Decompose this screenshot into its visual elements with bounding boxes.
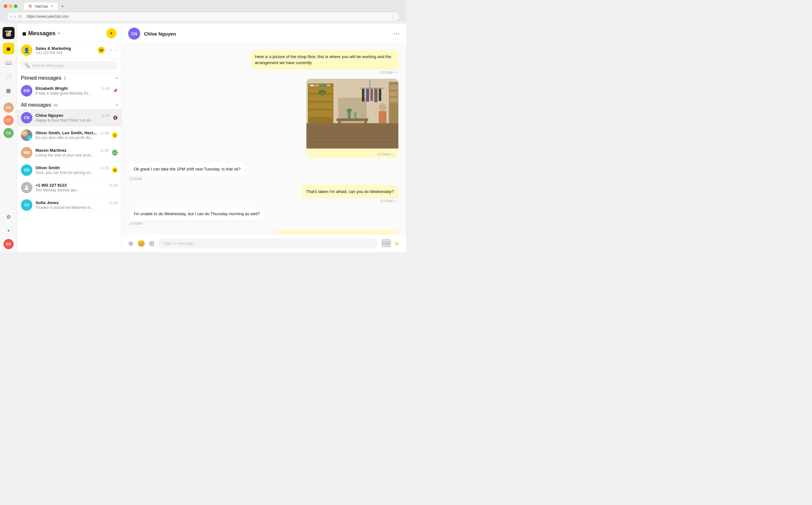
conv-item-phone[interactable]: +1 902 227 9123 11:30 Yes Monday sounds … — [17, 179, 121, 196]
pinned-section-header: Pinned messages 5 ▾ — [17, 73, 121, 82]
unread-badge-group: 1 — [112, 132, 118, 138]
conv-name-mm: Mason Martinez — [35, 148, 67, 153]
forward-button[interactable]: › — [15, 14, 16, 19]
book-icon: 📖 — [5, 60, 12, 66]
left-panel: ◼ Messages ▾ + 👤 Sales & Marketing +(1) … — [17, 24, 122, 252]
pin-icon: 📌 — [113, 89, 118, 93]
conv-avatar-os: OS — [21, 164, 32, 176]
tab-title: YakChat — [35, 4, 48, 8]
message-text-out-2: That's taken I'm afraid, can you do Wedn… — [306, 189, 394, 194]
inbox-name: Sales & Marketing — [35, 46, 94, 51]
conv-time-phone: 11:30 — [109, 183, 118, 187]
new-tab-button[interactable]: + — [59, 3, 66, 9]
messages-list: Pinned messages 5 ▾ EW Elizabeth Wright … — [17, 73, 121, 252]
emoji-button[interactable]: 😊 — [138, 240, 145, 247]
search-input[interactable] — [32, 63, 114, 68]
conv-name-phone: +1 902 227 9123 — [35, 183, 67, 188]
inbox-avatar-icon: 👤 — [23, 47, 30, 53]
sidebar-item-collapse[interactable]: ▪ — [3, 225, 14, 236]
chat-more-button[interactable]: ··· — [393, 30, 399, 37]
conv-body-ew: Elizabeth Wright 11:30 It was a really g… — [35, 86, 110, 96]
app-container: 🐮 ◼ 📖 📄 ▦ CO CF CS ⚙ — [0, 24, 406, 252]
message-text-out-1: Here is a picture of the shop floor, thi… — [255, 54, 391, 65]
conv-avatar-group: OS S — [21, 130, 32, 141]
sidebar-avatar-do-label: DO — [6, 242, 11, 246]
pinned-label: Pinned messages 5 — [21, 75, 66, 81]
reload-button[interactable]: ↻ — [18, 14, 22, 19]
conv-time-os: 11:30 — [100, 166, 109, 170]
read-receipt-2: ✓✓ — [393, 199, 398, 203]
chat-header: CN Chloe Nguyen ··· — [122, 24, 406, 44]
sidebar-item-settings[interactable]: ⚙ — [3, 211, 14, 222]
sidebar-avatar-do[interactable]: DO — [3, 239, 14, 249]
message-image-out: 10:50AM ✓✓ — [306, 79, 398, 158]
conv-time-sj: 11:30 — [109, 201, 118, 205]
search-input-wrap: 🔍 — [21, 61, 118, 70]
conv-avatar-phone — [21, 182, 32, 193]
add-message-button[interactable]: + — [106, 28, 116, 38]
conv-item-sofia-jones[interactable]: SJ Sofia Jones 11:30 Thanks! It should b… — [17, 196, 121, 214]
chat-area: CN Chloe Nguyen ··· Here is a picture of… — [122, 24, 406, 252]
message-time-image: 10:50AM ✓✓ — [310, 153, 395, 156]
message-bubble-in-1: Ok great I can take the 1PM shift next T… — [129, 163, 245, 176]
attach-button[interactable]: ⊕ — [128, 240, 133, 247]
dropdown-icon[interactable]: ▾ — [58, 31, 60, 35]
maximize-dot[interactable] — [14, 4, 17, 8]
media-button[interactable]: ⊞ — [149, 240, 155, 247]
sidebar-avatar-cf[interactable]: CF — [3, 115, 14, 125]
conv-body-group: Oliver Smith, Leo Smith, Hect... 11:30 D… — [35, 131, 109, 140]
window-controls — [4, 4, 17, 8]
message-image-bubble: 10:50AM ✓✓ — [306, 79, 398, 158]
sidebar-avatar-cs[interactable]: CS — [3, 128, 14, 138]
back-button[interactable]: ‹ — [10, 14, 12, 19]
conv-item-mason-martinez[interactable]: MM Mason Martinez 11:30 Loving the look … — [17, 144, 121, 162]
conv-item-elizabeth-wright[interactable]: EW Elizabeth Wright 11:30 It was a reall… — [17, 82, 121, 100]
inbox-check-icon: ✓ — [109, 48, 113, 53]
sidebar-item-analytics[interactable]: ▦ — [3, 85, 14, 96]
conv-item-chloe-nguyen[interactable]: CN Chloe Nguyen 11:30 Happy to hear that… — [17, 109, 121, 127]
panel-title: Messages — [28, 30, 55, 37]
sidebar-item-contacts[interactable]: 📖 — [3, 57, 14, 68]
conv-body-cn: Chloe Nguyen 11:30 Happy to hear that Ch… — [35, 113, 110, 123]
conv-avatar-sj: SJ — [21, 199, 32, 211]
message-text-in-2: I'm unable to do Wednesday, but I can do… — [134, 211, 260, 216]
browser-menu-button[interactable]: ⋮ — [390, 14, 395, 20]
all-chevron-icon[interactable]: ▾ — [116, 103, 118, 107]
url-display[interactable]: https://www.yakchat.com — [27, 14, 387, 19]
message-input[interactable] — [158, 238, 378, 248]
inbox-info: Sales & Marketing +(1) 224 456 544 — [35, 46, 94, 54]
send-button[interactable]: ➤ — [394, 240, 399, 247]
inbox-selector[interactable]: 👤 Sales & Marketing +(1) 224 456 544 10 … — [17, 42, 121, 59]
minimize-dot[interactable] — [9, 4, 12, 8]
conv-body-phone: +1 902 227 9123 11:30 Yes Monday sounds … — [35, 183, 118, 192]
panel-icon: ▪ — [8, 228, 10, 233]
conv-name-os: Oliver Smith — [35, 165, 60, 170]
sidebar-avatar-cf-label: CF — [6, 118, 11, 122]
translate-button[interactable]: ⌨ — [382, 240, 390, 247]
messages-icon: ◼ — [6, 46, 10, 52]
plus-icon: + — [110, 30, 113, 37]
conv-item-oliver-group[interactable]: OS S Oliver Smith, Leo Smith, Hect... 11… — [17, 127, 121, 144]
tab-close-button[interactable]: ✕ — [51, 4, 53, 8]
conv-item-oliver-smith[interactable]: OS Oliver Smith 11:30 Sure, you can find… — [17, 162, 121, 179]
message-out-1: Here is a picture of the shop floor, thi… — [251, 50, 398, 74]
chat-input-bar: ⊕ 😊 ⊞ ⌨ ➤ — [122, 234, 406, 252]
inbox-dropdown-icon[interactable]: ▸ — [116, 48, 118, 52]
sidebar-avatar-co[interactable]: CO — [3, 103, 14, 113]
pinned-chevron-icon[interactable]: ▾ — [116, 76, 118, 80]
close-dot[interactable] — [4, 4, 7, 8]
plus-circle-icon: ⊕ — [128, 240, 133, 247]
search-box: 🔍 — [17, 59, 121, 73]
active-tab[interactable]: 🐮 YakChat ✕ — [24, 3, 58, 10]
conv-right-cn: 🔇 — [113, 116, 118, 120]
conv-right-mm: LC — [112, 150, 118, 156]
conv-body-os: Oliver Smith 11:30 Sure, you can find ou… — [35, 165, 109, 175]
conv-time-group: 11:30 — [100, 131, 109, 135]
read-receipt-image: ✓✓ — [390, 153, 395, 156]
image-time-row: 10:50AM ✓✓ — [306, 150, 398, 158]
conv-right-group: 1 — [112, 132, 118, 138]
sidebar-item-documents[interactable]: 📄 — [3, 71, 14, 82]
left-panel-header: ◼ Messages ▾ + — [17, 24, 121, 42]
sidebar-item-messages[interactable]: ◼ — [3, 43, 14, 54]
chat-avatar-initials: CN — [131, 31, 138, 36]
